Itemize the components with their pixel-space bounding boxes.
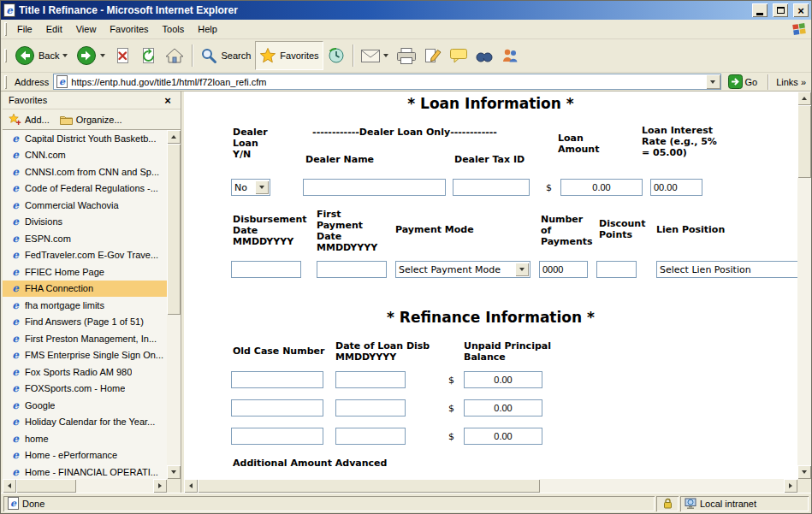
research-button[interactable] [471,41,497,70]
scroll-thumb[interactable] [16,479,76,493]
forward-button[interactable] [72,41,110,70]
main-horizontal-scrollbar[interactable] [184,479,797,493]
scroll-up-button[interactable] [167,130,181,144]
home-icon [165,47,184,64]
loan-interest-rate-input[interactable] [650,179,702,196]
favorites-close-icon[interactable]: × [161,94,175,107]
print-button[interactable] [393,41,420,70]
favorite-item[interactable]: e Divisions [3,214,167,231]
messenger-button[interactable] [497,41,523,70]
favorite-item[interactable]: e Fox Sports Radio AM 980 [3,363,167,381]
date-of-loan-disb-input-1[interactable] [335,371,406,388]
close-button[interactable]: × [793,3,809,17]
scroll-left-button[interactable] [3,479,16,493]
unpaid-balance-input-1[interactable] [464,371,542,388]
scroll-down-button[interactable] [167,465,181,479]
dealer-loan-select[interactable]: No [231,179,270,196]
favorites-organize-button[interactable]: Organize... [60,115,122,125]
lien-position-select[interactable]: Select Lien Position [656,261,797,278]
unpaid-balance-input-3[interactable] [464,428,542,445]
favorite-item[interactable]: e CNN.com [3,147,167,164]
favorite-item[interactable]: e FMS Enterprise Single Sign On... [3,347,167,364]
folder-icon [60,115,73,125]
favorites-vertical-scrollbar[interactable] [167,130,181,479]
back-button[interactable]: Back [10,41,72,70]
address-input[interactable]: e https://entp.hud.gov/title1/html/f72lo… [53,74,720,90]
payment-mode-select[interactable]: Select Payment Mode [395,261,530,278]
toolbar-separator [353,44,353,67]
favorite-item[interactable]: e Google [3,397,167,414]
scroll-thumb[interactable] [797,105,811,178]
favorite-item[interactable]: e FHA Connection [3,281,167,298]
menu-item[interactable]: Tools [156,21,192,38]
favorite-item[interactable]: e Commercial Wachovia [3,197,167,214]
menu-item[interactable]: File [10,21,39,38]
scroll-left-button[interactable] [184,479,198,493]
favorite-item[interactable]: e Home - ePerformance [3,447,167,464]
favorite-item[interactable]: e CNNSI.com from CNN and Sp... [3,163,167,180]
favorite-item[interactable]: e Find Answers (Page 1 of 51) [3,314,167,331]
favorite-item[interactable]: e FFIEC Home Page [3,263,167,281]
favorite-item[interactable]: e Holiday Calendar for the Year... [3,414,167,431]
disbursement-date-input[interactable] [231,261,301,278]
old-case-number-input-2[interactable] [231,399,323,417]
favorites-add-button[interactable]: Add... [9,113,50,126]
number-of-payments-input[interactable] [539,261,588,278]
menu-item[interactable]: Favorites [103,21,155,38]
favorite-item[interactable]: e home [3,430,167,447]
ie-favicon: e [10,449,21,461]
toolbar-grip[interactable] [4,49,7,62]
menu-item[interactable]: Help [191,21,224,38]
main-vertical-scrollbar[interactable] [797,92,811,479]
favorite-item[interactable]: e Home - FINANCIAL OPERATI... [3,464,167,479]
scroll-down-button[interactable] [797,465,811,479]
favorite-item[interactable]: e fha mortgage limits [3,297,167,314]
menu-bar-grip[interactable] [4,22,7,36]
favorites-horizontal-scrollbar[interactable] [3,479,167,493]
scroll-thumb[interactable] [167,144,181,315]
favorite-item[interactable]: e FOXSports.com - Home [3,381,167,398]
favorite-item[interactable]: e First Preston Management, In... [3,330,167,347]
discount-points-input[interactable] [596,261,637,278]
scroll-up-button[interactable] [797,92,811,105]
edit-button[interactable] [420,41,446,70]
scroll-thumb[interactable] [198,479,540,493]
favorite-item-label: FedTraveler.com E-Gov Trave... [25,250,158,260]
old-case-number-input-3[interactable] [231,428,323,445]
favorite-item[interactable]: e Capital District Youth Basketb... [3,130,167,147]
minimize-button[interactable] [752,3,768,17]
discuss-button[interactable] [446,41,471,70]
favorite-item[interactable]: e ESPN.com [3,230,167,247]
history-button[interactable] [323,41,349,70]
address-bar-grip[interactable] [4,75,7,89]
search-icon [200,47,217,64]
loan-amount-input[interactable] [560,179,643,196]
address-dropdown-button[interactable] [706,74,720,89]
search-button[interactable]: Search [196,41,255,70]
favorites-button[interactable]: Favorites [255,41,323,70]
unpaid-balance-input-2[interactable] [464,399,542,417]
first-payment-date-input[interactable] [317,261,387,278]
date-of-loan-disb-input-2[interactable] [335,399,406,417]
go-button[interactable]: Go [726,74,761,90]
links-button[interactable]: Links » [776,77,808,87]
maximize-button[interactable] [773,3,788,17]
scroll-right-button[interactable] [784,479,797,493]
favorite-item[interactable]: e Code of Federal Regulations -... [3,180,167,198]
stop-button[interactable] [110,41,135,70]
menu-item[interactable]: Edit [39,21,69,38]
scroll-right-button[interactable] [153,479,167,493]
dealer-tax-id-input[interactable] [453,179,530,196]
mail-button[interactable] [357,41,393,70]
menu-item[interactable]: View [69,21,104,38]
refresh-button[interactable] [135,41,161,70]
svg-text:e: e [10,498,17,509]
dealer-name-input[interactable] [303,179,446,196]
favorite-item-label: FMS Enterprise Single Sign On... [25,350,163,360]
favorites-organize-label: Organize... [76,115,122,125]
date-of-loan-disb-input-3[interactable] [335,428,406,445]
intranet-zone-icon [685,498,696,509]
favorite-item[interactable]: e FedTraveler.com E-Gov Trave... [3,247,167,264]
home-button[interactable] [161,41,188,70]
old-case-number-input-1[interactable] [231,371,323,388]
